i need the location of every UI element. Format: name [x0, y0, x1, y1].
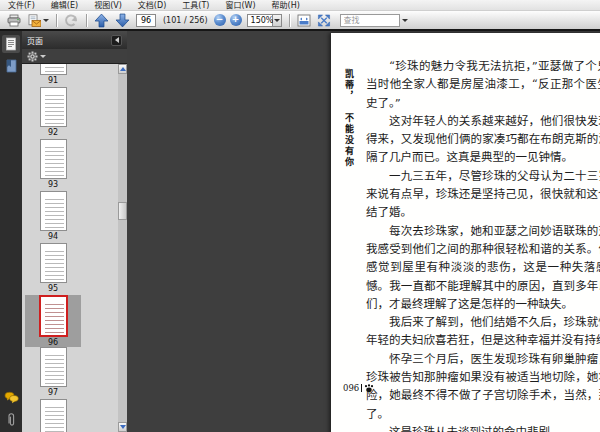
- previous-page-button[interactable]: [91, 12, 112, 28]
- menu-help[interactable]: 帮助(H): [264, 0, 308, 11]
- zoom-level-value: 150%: [247, 14, 273, 27]
- collapse-panel-button[interactable]: [111, 35, 122, 46]
- paragraph: 一九三五年，尽管珍珠的父母认为二十三岁结婚对珍珠来说有点早，珍珠还是坚持己见，很…: [366, 167, 600, 222]
- menu-file[interactable]: 文件(F): [0, 0, 43, 11]
- zoom-dropdown-button[interactable]: [273, 14, 282, 27]
- comments-icon: [4, 391, 19, 404]
- document-view[interactable]: 凯蒂， 不能没有你 “珍珠的魅力令我无法抗拒，”亚瑟做了个鬼脸解释说，当时他全家…: [127, 31, 600, 432]
- scrollbar-thumb[interactable]: [118, 202, 127, 220]
- navigation-icon-strip: [0, 31, 22, 432]
- thumbnails-list: 91 92 93 94 95: [22, 64, 118, 432]
- menu-view[interactable]: 视图(V): [86, 0, 130, 11]
- page-thumbnail[interactable]: 98: [25, 399, 81, 432]
- book-title-part1: 凯蒂，: [344, 69, 354, 102]
- page-thumbnail[interactable]: 97: [25, 347, 81, 399]
- pages-panel-header: 页面: [22, 31, 127, 49]
- thumbnail-image: [40, 87, 67, 127]
- next-page-icon: [115, 13, 130, 28]
- next-page-button[interactable]: [112, 12, 133, 28]
- thumbnail-image: [40, 347, 67, 387]
- page-indicator: (101 / 256): [163, 16, 208, 25]
- bookmarks-panel-button[interactable]: [2, 57, 20, 75]
- thumbnail-label: 96: [48, 338, 58, 347]
- email-dropdown-caret: [43, 19, 49, 22]
- paragraph: 这对年轻人的关系越来越好，他们很快发现双方都很合得来，又发现他们俩的家凑巧都在布…: [366, 112, 600, 167]
- thumbnail-label: 95: [48, 284, 58, 293]
- pages-icon: [5, 37, 17, 51]
- menu-window[interactable]: 窗口(W): [217, 0, 263, 11]
- toolbar-separator: [86, 14, 87, 27]
- previous-page-icon: [94, 13, 109, 28]
- thumbnail-label: 92: [48, 128, 58, 137]
- menu-tools[interactable]: 工具(T): [174, 0, 217, 11]
- page-thumbnail[interactable]: 92: [25, 87, 81, 139]
- book-title-vertical: 凯蒂， 不能没有你: [343, 69, 356, 219]
- chevron-left-icon: [115, 37, 119, 43]
- panel-options-bar: [22, 49, 127, 64]
- footer-page-number: 096: [343, 383, 359, 393]
- fit-page-icon: [317, 14, 331, 27]
- thumbnail-label: 91: [48, 76, 58, 85]
- page-thumbnail[interactable]: 95: [25, 243, 81, 295]
- thumbnail-label: 97: [48, 388, 58, 397]
- page-thumbnail[interactable]: 91: [25, 64, 81, 87]
- book-title-part2: 不能没有你: [344, 107, 354, 168]
- zoom-level-combo[interactable]: 150%: [247, 14, 282, 27]
- page-thumbnail-selected[interactable]: 96: [25, 295, 81, 347]
- email-icon: [27, 14, 41, 27]
- gear-icon[interactable]: [27, 51, 38, 62]
- thumbnails-scrollbar[interactable]: [118, 64, 127, 432]
- menu-bar: 文件(F) 编辑(E) 视图(V) 文档(D) 工具(T) 窗口(W) 帮助(H…: [0, 0, 600, 11]
- toolbar-separator: [56, 14, 57, 27]
- paw-print-icon: [364, 384, 374, 393]
- attachments-panel-button[interactable]: [2, 410, 20, 428]
- menu-edit[interactable]: 编辑(E): [43, 0, 86, 11]
- comments-panel-button[interactable]: [2, 388, 20, 406]
- pages-panel: 页面 91 92 93: [22, 31, 127, 432]
- pdf-reader-window: 文件(F) 编辑(E) 视图(V) 文档(D) 工具(T) 窗口(W) 帮助(H…: [0, 0, 600, 432]
- thumbnail-image: [39, 295, 68, 337]
- toolbar: (101 / 256) − + 150%: [0, 11, 600, 29]
- page-text: “珍珠的魅力令我无法抗拒，”亚瑟做了个鬼脸解释说，当时他全家人都是房屋油漆工，“…: [366, 57, 600, 432]
- previous-view-button[interactable]: [61, 12, 82, 28]
- print-icon: [7, 14, 21, 27]
- thumbnail-image: [40, 191, 67, 231]
- search-dropdown-caret[interactable]: [402, 19, 408, 22]
- pages-panel-title: 页面: [27, 35, 111, 46]
- page-footer: 096: [343, 383, 374, 393]
- zoom-out-button[interactable]: −: [214, 14, 226, 26]
- print-button[interactable]: [4, 12, 24, 28]
- zoom-in-button[interactable]: +: [230, 14, 242, 26]
- chevron-up-icon: [120, 67, 126, 71]
- paragraph: 这是珍珠从未谈到过的命中悲剧。: [366, 423, 600, 432]
- thumbnail-image: [40, 139, 67, 179]
- scroll-up-button[interactable]: [118, 64, 127, 74]
- page-number-input[interactable]: [136, 14, 156, 27]
- chevron-down-icon: [120, 425, 126, 429]
- pages-panel-button[interactable]: [2, 35, 20, 53]
- menu-document[interactable]: 文档(D): [130, 0, 174, 11]
- thumbnail-image: [40, 64, 67, 75]
- scroll-down-button[interactable]: [118, 422, 127, 432]
- footer-divider: [361, 384, 362, 392]
- previous-view-icon: [64, 13, 79, 27]
- chevron-down-icon: [274, 19, 280, 22]
- email-button[interactable]: [24, 12, 52, 28]
- search-input[interactable]: [340, 14, 400, 27]
- document-page: 凯蒂， 不能没有你 “珍珠的魅力令我无法抗拒，”亚瑟做了个鬼脸解释说，当时他全家…: [331, 33, 600, 432]
- toolbar-separator: [289, 14, 290, 27]
- thumbnail-image: [40, 399, 67, 432]
- thumbnail-label: 93: [48, 180, 58, 189]
- bookmarks-icon: [5, 59, 18, 73]
- paragraph: “珍珠的魅力令我无法抗拒，”亚瑟做了个鬼脸解释说，当时他全家人都是房屋油漆工，“…: [366, 57, 600, 112]
- options-dropdown-caret[interactable]: [40, 55, 46, 58]
- fit-page-button[interactable]: [314, 12, 334, 28]
- page-thumbnail[interactable]: 93: [25, 139, 81, 191]
- fit-width-button[interactable]: [294, 12, 314, 28]
- find-box: [340, 14, 408, 27]
- page-thumbnail[interactable]: 94: [25, 191, 81, 243]
- thumbnail-label: 94: [48, 232, 58, 241]
- paperclip-icon: [5, 412, 17, 427]
- thumbnail-image: [40, 243, 67, 283]
- fit-width-icon: [297, 14, 311, 27]
